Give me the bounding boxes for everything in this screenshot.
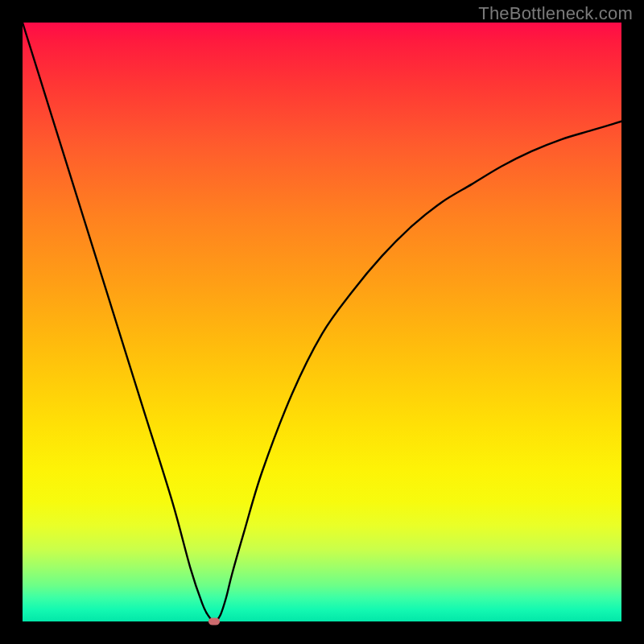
plot-area (23, 23, 621, 621)
watermark-text: TheBottleneck.com (478, 3, 633, 24)
bottleneck-curve (23, 23, 621, 621)
minimum-marker (208, 618, 220, 625)
chart-frame: TheBottleneck.com (0, 0, 644, 644)
